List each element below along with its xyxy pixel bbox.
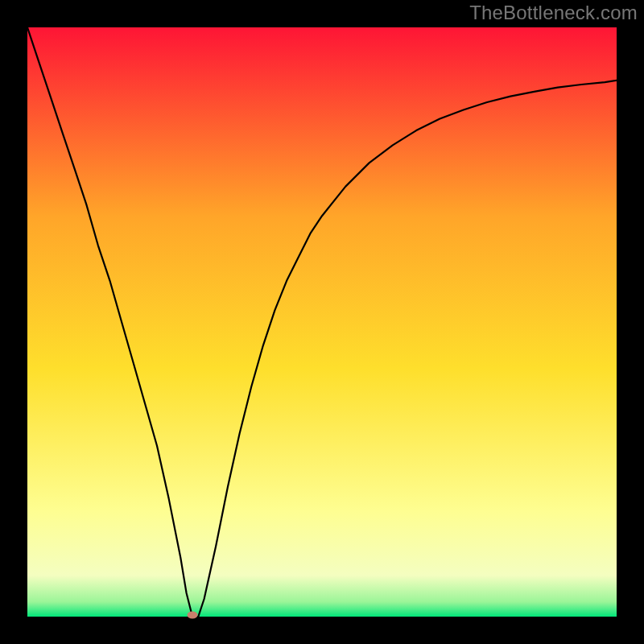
chart-background-rect	[27, 27, 617, 617]
chart-plot-area	[27, 27, 617, 617]
chart-background-gradient	[27, 27, 617, 617]
watermark-text: TheBottleneck.com	[469, 2, 638, 24]
